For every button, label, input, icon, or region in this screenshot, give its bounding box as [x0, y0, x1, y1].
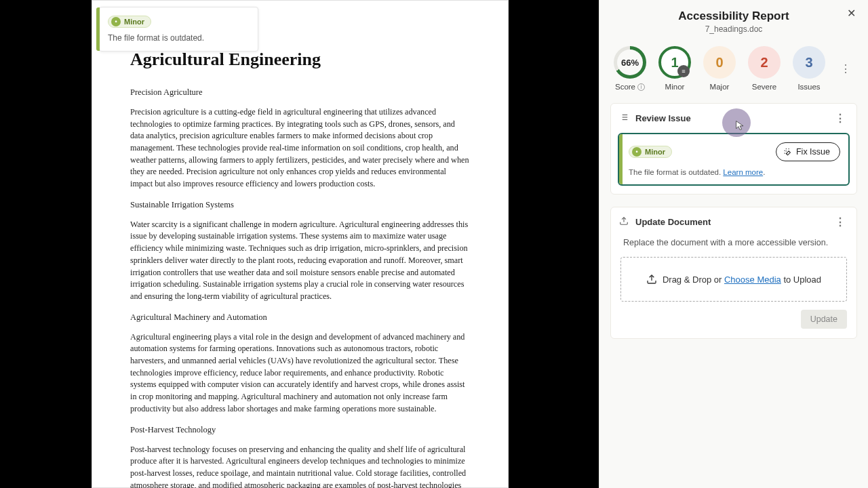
doc-heading: Precision Agriculture [130, 86, 470, 98]
cursor-indicator [722, 108, 751, 137]
choose-media-link[interactable]: Choose Media [724, 274, 781, 285]
wand-icon [783, 148, 792, 157]
severity-dot-icon: • [111, 17, 121, 26]
issue-severity-badge: • Minor [629, 146, 672, 158]
issue-callout: • Minor The file format is outdated. [99, 7, 258, 52]
severity-dot-icon: • [632, 147, 642, 157]
upload-icon [619, 216, 629, 228]
stat-score[interactable]: 66% Scorei [614, 46, 646, 91]
filter-icon[interactable]: ≡ [677, 65, 690, 77]
learn-more-link[interactable]: Learn more [723, 168, 763, 176]
stats-row: 66% Scorei 1 ≡ Minor 0 Major 2 Severe 3 … [605, 46, 863, 91]
doc-heading: Agricultural Machinery and Automation [130, 311, 470, 323]
update-menu-icon[interactable]: ⋮ [832, 216, 848, 228]
issue-message: The file format is outdated. Learn more. [629, 168, 840, 176]
info-icon[interactable]: i [637, 83, 645, 91]
issue-detail: • Minor Fix Issue The file format is out… [618, 133, 850, 186]
panel-title: Accessibility Report [605, 9, 863, 23]
fix-issue-button[interactable]: Fix Issue [776, 142, 840, 161]
doc-paragraph: Post-harvest technology focuses on prese… [130, 444, 470, 488]
update-title: Update Document [635, 217, 711, 227]
update-button[interactable]: Update [801, 310, 847, 329]
doc-paragraph: Precision agriculture is a cutting-edge … [130, 106, 470, 190]
list-icon [619, 113, 629, 124]
doc-heading: Sustainable Irrigation Systems [130, 199, 470, 211]
close-icon[interactable]: ✕ [847, 7, 856, 20]
review-menu-icon[interactable]: ⋮ [832, 112, 848, 125]
review-title: Review Issue [635, 113, 691, 123]
doc-paragraph: Water scarcity is a significant challeng… [130, 219, 470, 303]
panel-filename: 7_headings.doc [605, 24, 863, 34]
upload-icon [646, 274, 657, 285]
dropzone[interactable]: Drag & Drop or Choose Media to Upload [620, 257, 847, 302]
update-document-card: Update Document ⋮ Replace the document w… [610, 207, 857, 339]
callout-message: The file format is outdated. [108, 33, 250, 43]
stats-menu-icon[interactable]: ⋮ [837, 62, 854, 75]
doc-paragraph: Agricultural engineering plays a vital r… [130, 331, 470, 415]
doc-heading: Post-Harvest Technology [130, 424, 470, 436]
stat-major[interactable]: 0 Major [703, 46, 736, 91]
severity-badge: • Minor [108, 16, 151, 28]
stat-issues[interactable]: 3 Issues [793, 46, 825, 91]
stat-severe[interactable]: 2 Severe [748, 46, 781, 91]
update-desc: Replace the document with a more accessi… [611, 237, 856, 257]
accessibility-panel: ✕ Accessibility Report 7_headings.doc 66… [599, 0, 868, 488]
severity-label: Minor [124, 18, 144, 26]
document-preview: Agricultural EngineeringPrecision Agricu… [92, 0, 509, 488]
stat-minor[interactable]: 1 ≡ Minor [658, 46, 691, 91]
